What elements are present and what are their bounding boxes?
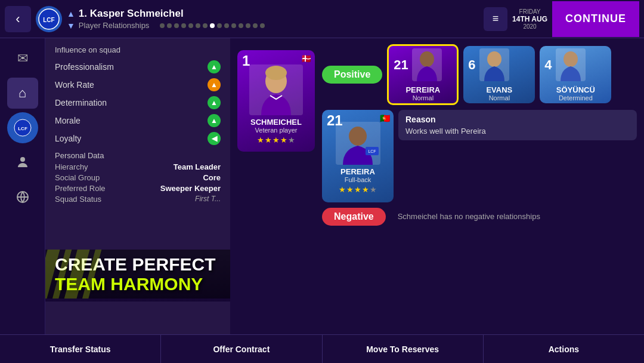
rel-card-mood-soyuncu: Determined [543, 94, 608, 101]
player-info-panel: Influence on squad Professionalism ▲ Wor… [45, 38, 230, 334]
rel-card-name-evans: EVANS [467, 85, 531, 94]
player-name: 1. Kasper Schmeichel [79, 8, 184, 20]
data-row-socialgroup: Social Group Core [55, 173, 221, 182]
dot [239, 23, 243, 28]
stat-icon-morale: ▲ [208, 114, 221, 127]
rel-card-soyuncu[interactable]: 4 SÖYÜNCÜ Determined [540, 46, 611, 103]
rel-card-pereira[interactable]: 21 PEREIRA Normal [387, 44, 459, 105]
positive-pill[interactable]: Positive [322, 66, 382, 84]
svg-text:LCF: LCF [368, 149, 376, 153]
date-main: 14TH AUG [512, 15, 547, 23]
sidebar-globe-icon[interactable] [7, 182, 38, 213]
rel-card-photo-soyuncu [556, 48, 586, 81]
stat-icon-determination: ▲ [208, 96, 221, 109]
svg-text:LCF: LCF [18, 126, 27, 131]
rel-card-name-soyuncu: SÖYÜNCÜ [543, 85, 608, 94]
section-label: Player Relationships [79, 21, 150, 30]
stat-row-workrate: Work Rate ▲ [55, 77, 221, 93]
bottom-tabs: Transfer Status Offer Contract Move To R… [0, 334, 644, 363]
sidebar-club-icon[interactable]: LCF [7, 112, 38, 143]
personal-data-title: Personal Data [55, 151, 221, 160]
stat-icon-loyalty: ◀ [208, 132, 221, 145]
data-label-preferredrole: Preferred Role [55, 184, 106, 193]
dot [160, 23, 165, 28]
dot [260, 23, 265, 28]
tab-actions[interactable]: Actions [484, 335, 644, 363]
pereira-card[interactable]: 21 🇵🇹 LCF [322, 110, 394, 202]
data-row-squadstatus: Squad Status First T... [55, 195, 221, 204]
promo-overlay: CREATE PERFECT TEAM HARMONY [45, 250, 230, 299]
stat-row-professionalism: Professionalism ▲ [55, 59, 221, 75]
nav-down-arrow[interactable]: ▼ [67, 21, 75, 30]
svg-text:LCF: LCF [43, 17, 54, 23]
continue-button[interactable]: CONTINUE [552, 1, 639, 37]
data-label-socialgroup: Social Group [55, 173, 100, 182]
tab-transfer-status-label: Transfer Status [50, 344, 111, 354]
dot-active [210, 23, 215, 28]
main-content: ✉ ⌂ LCF Influence on squad Professionali… [0, 38, 644, 334]
schmeichel-number: 1 [242, 54, 250, 68]
rel-card-photo-evans [479, 48, 509, 81]
hamburger-icon: ≡ [493, 13, 499, 25]
dot [217, 23, 222, 28]
nav-up-arrow[interactable]: ▲ [67, 9, 75, 19]
dot [167, 23, 172, 28]
pereira-stars: ★ ★ ★ ★ ★ [339, 185, 377, 194]
left-sidebar: ✉ ⌂ LCF [0, 38, 45, 334]
dot [188, 23, 193, 28]
back-button[interactable]: ‹ [5, 6, 31, 32]
stat-label-workrate: Work Rate [55, 80, 94, 90]
no-negative-text: Schmeichel has no negative relationships [393, 207, 545, 226]
date-day: FRIDAY [512, 8, 547, 15]
pereira-role: Full-back [345, 176, 371, 183]
tab-move-to-reserves[interactable]: Move To Reserves [323, 335, 484, 363]
data-label-hierarchy: Hierarchy [55, 162, 88, 171]
top-bar: ‹ LCF ▲ 1. Kasper Schmeichel ▼ Player Re… [0, 0, 644, 38]
schmeichel-column: 1 🇩🇰 [237, 44, 315, 152]
data-row-hierarchy: Hierarchy Team Leader [55, 162, 221, 171]
stat-label-professionalism: Professionalism [55, 62, 114, 72]
date-box: FRIDAY 14TH AUG 2020 [512, 8, 547, 30]
stat-row-determination: Determination ▲ [55, 95, 221, 110]
dot [246, 23, 250, 28]
svg-point-8 [265, 66, 287, 80]
tab-transfer-status[interactable]: Transfer Status [0, 335, 161, 363]
rel-card-photo-pereira [412, 48, 442, 81]
rel-card-num-soyuncu: 4 [544, 57, 552, 73]
pereira-flag: 🇵🇹 [380, 113, 390, 123]
stat-icon-workrate: ▲ [208, 78, 221, 91]
schmeichel-photo [249, 64, 303, 115]
promo-line1: CREATE PERFECT [55, 254, 221, 274]
data-row-preferredrole: Preferred Role Sweeper Keeper [55, 184, 221, 193]
schmeichel-stars: ★ ★ ★ ★ ★ [257, 136, 295, 144]
rel-card-num-evans: 6 [468, 57, 475, 73]
sidebar-home-icon[interactable]: ⌂ [7, 78, 38, 109]
relationship-area: 1 🇩🇰 [230, 38, 644, 334]
stat-label-determination: Determination [55, 98, 107, 107]
rel-card-mood-pereira: Normal [392, 94, 453, 101]
svg-point-14 [564, 51, 578, 67]
back-icon: ‹ [16, 11, 20, 27]
dot [224, 23, 229, 28]
data-value-socialgroup: Core [203, 173, 221, 182]
date-year: 2020 [512, 23, 547, 30]
stat-row-morale: Morale ▲ [55, 113, 221, 128]
reason-text: Works well with Pereira [405, 127, 630, 136]
dot [203, 23, 208, 28]
sidebar-mail-icon[interactable]: ✉ [7, 43, 38, 74]
reason-title: Reason [405, 115, 630, 124]
continue-label: CONTINUE [565, 13, 626, 25]
tab-offer-contract[interactable]: Offer Contract [161, 335, 322, 363]
sidebar-person-icon[interactable] [7, 147, 38, 178]
rel-card-evans[interactable]: 6 EVANS Normal [463, 46, 535, 103]
svg-point-4 [20, 157, 25, 162]
svg-point-16 [349, 127, 367, 146]
dot [196, 23, 200, 28]
schmeichel-card[interactable]: 1 🇩🇰 [237, 50, 315, 152]
pereira-name: PEREIRA [340, 167, 375, 176]
pereira-number: 21 [327, 113, 343, 128]
stat-row-loyalty: Loyalty ◀ [55, 131, 221, 146]
negative-pill[interactable]: Negative [322, 208, 386, 226]
hamburger-button[interactable]: ≡ [484, 7, 507, 31]
rel-card-mood-evans: Normal [467, 94, 531, 101]
